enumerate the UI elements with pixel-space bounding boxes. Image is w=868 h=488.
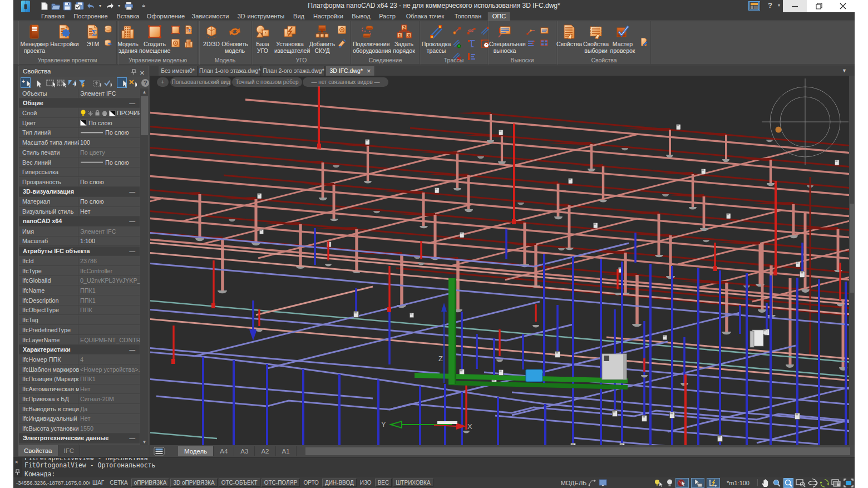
props-row[interactable]: IfcВысота установки,...1550	[19, 424, 141, 434]
tab-list-dropdown-icon[interactable]: ▼	[842, 68, 847, 73]
props-row[interactable]: IfcTypeIfcController	[19, 266, 141, 276]
model-small-1-icon[interactable]: Σ	[184, 24, 195, 36]
props-row[interactable]: IfcNameППК1	[19, 285, 141, 295]
props-row[interactable]: IfcLayerNameEQUIPMENT_CONTROL_...	[19, 335, 141, 345]
props-section[interactable]: 3D-визуализация—	[19, 187, 141, 197]
props-tool-check-gray-icon[interactable]	[102, 77, 112, 88]
collapse-icon[interactable]: —	[129, 98, 135, 109]
collapse-icon[interactable]: —	[129, 247, 135, 257]
props-section[interactable]: nanoCAD x64—	[19, 216, 141, 226]
layout-tab-A2[interactable]: A2	[255, 446, 275, 456]
props-row[interactable]: ПрозрачностьПо слою	[19, 178, 141, 188]
leader-leader-sm-icon[interactable]	[526, 26, 537, 37]
ribbon-button[interactable]: Настройки	[49, 23, 80, 57]
props-row[interactable]: IfcИндивидуальный к...Нет	[19, 414, 141, 424]
props-section[interactable]: Электротехнические данные—	[19, 433, 141, 443]
collapse-icon[interactable]: —	[129, 433, 135, 443]
props-row[interactable]: IfcTag	[19, 316, 141, 326]
ribbon-tab-3[interactable]: Оформление	[142, 12, 189, 21]
view-pill-1[interactable]: Пользовательский вид	[170, 77, 231, 87]
ribbon-tab-5[interactable]: 3D-инструменты	[233, 12, 289, 21]
ribbon-tab-1[interactable]: Построение	[69, 12, 112, 21]
zoom-icon[interactable]	[772, 479, 781, 487]
props-row[interactable]: Масштаб1:100	[19, 236, 141, 247]
undo-caret-icon[interactable]: ▾	[97, 1, 103, 11]
props-row[interactable]: Гиперссылка	[19, 167, 141, 178]
regen-icon[interactable]	[820, 479, 829, 487]
print-icon[interactable]	[124, 1, 134, 11]
view-pill-3[interactable]: — нет связанных видов —	[303, 77, 388, 87]
props-row[interactable]: СлойПРОЧИЕ	[19, 108, 141, 118]
ribbon-button[interactable]: Подключениеоборудования	[353, 23, 384, 57]
props-row[interactable]: IfcDescriptionППК1	[19, 295, 141, 305]
workspace-icon[interactable]	[748, 1, 760, 11]
props-tool-cursor-icon[interactable]	[31, 77, 41, 88]
props-row[interactable]: IfcВыводить в специ...Да	[19, 404, 141, 414]
collapse-icon[interactable]: —	[129, 187, 135, 197]
props-row[interactable]: IfcШаблон маркировк...<Номер устройства>…	[19, 364, 141, 374]
ribbon-tab-11[interactable]: Топоплан	[450, 12, 486, 21]
space-indicator[interactable]: МОДЕЛЬ	[561, 480, 587, 486]
props-row[interactable]: IfcObjectTypeППК	[19, 305, 141, 316]
help-button[interactable]: ?	[768, 1, 772, 9]
redo-caret-icon[interactable]: ▾	[116, 1, 122, 11]
props-row[interactable]: ИмяЭлемент IFC	[19, 226, 141, 236]
undo-icon[interactable]	[86, 1, 96, 11]
ribbon-tab-10[interactable]: Облака точек	[402, 12, 449, 21]
ribbon-button[interactable]: Менеджерпроекта	[19, 23, 50, 57]
scroll-thumb[interactable]	[141, 96, 148, 135]
props-row[interactable]: ОбъектыЭлемент IFC	[19, 88, 141, 98]
trace-diag-green-icon[interactable]	[452, 38, 463, 50]
zoom-rect-icon[interactable]	[796, 479, 806, 487]
open-folder-icon[interactable]	[51, 1, 61, 11]
props-row[interactable]: Вес линийПо слою	[19, 157, 141, 167]
doc-tab-3[interactable]: 3D IFC.dwg*✕	[326, 66, 375, 76]
ribbon-tab-2[interactable]: Вставка	[112, 12, 144, 21]
close-button[interactable]	[831, 0, 855, 12]
lock-ui-icon[interactable]	[831, 479, 841, 487]
ribbon-button[interactable]: ДобавитьСКУД	[307, 23, 338, 57]
props-row[interactable]: Тип линийПо слою	[19, 128, 141, 138]
cam-icon[interactable]	[337, 24, 348, 36]
qat-customize-icon[interactable]: ≑	[141, 1, 146, 11]
fullscreen-icon[interactable]	[844, 479, 854, 487]
trace-tshape-icon[interactable]	[466, 38, 477, 50]
minimize-button[interactable]	[783, 0, 807, 12]
props-row[interactable]: Стиль печатиПо цвету	[19, 147, 141, 157]
save-all-icon[interactable]	[74, 1, 84, 11]
command-prompt[interactable]: Команда:	[24, 470, 55, 477]
status-toggle-ОТС-ПОЛЯР[interactable]: ОТС-ПОЛЯР	[262, 479, 300, 487]
props-row[interactable]: IfcПривязка к БДСигнал-20М	[19, 394, 141, 404]
status-toggle-ДИН-ВВОД[interactable]: ДИН-ВВОД	[322, 479, 357, 487]
page-edit-icon[interactable]	[639, 37, 650, 48]
props-section[interactable]: Характеристики—	[19, 345, 141, 355]
doc-tab-0[interactable]: Без имени0*	[159, 66, 198, 76]
props-tab-properties[interactable]: Свойства	[18, 445, 58, 456]
layout-tab-Модель[interactable]: Модель	[178, 446, 214, 456]
props-tool-flip-icon[interactable]	[67, 77, 77, 88]
props-row[interactable]: IfcАвтоматическая м...Нет	[19, 385, 141, 395]
brush-icon[interactable]	[337, 38, 348, 49]
restore-button[interactable]	[807, 0, 831, 12]
props-row[interactable]: МатериалПо слою	[19, 197, 141, 207]
help-icon[interactable]: ?	[140, 77, 150, 88]
props-tool-filter-icon[interactable]	[77, 77, 87, 88]
ribbon-button[interactable]: Мастерпроверок	[607, 23, 638, 57]
leader-form-sm-icon[interactable]	[539, 26, 550, 37]
props-row[interactable]: IfcPredefinedType	[19, 325, 141, 335]
ucs-lightning-icon[interactable]	[707, 478, 720, 488]
space-switch-icon[interactable]	[588, 479, 596, 487]
props-row[interactable]: ЦветПо слою	[19, 118, 141, 128]
status-toggle-ИЗО[interactable]: ИЗО	[358, 479, 374, 486]
layout-list-icon[interactable]	[154, 447, 165, 456]
collapse-icon[interactable]: —	[129, 345, 135, 355]
status-toggle-ШТРИХОВКА[interactable]: ШТРИХОВКА	[393, 479, 433, 487]
props-tool-up-gray-icon[interactable]	[92, 77, 102, 88]
leader-grid-sm-icon[interactable]	[539, 38, 550, 50]
props-row[interactable]: IfcId23786	[19, 256, 141, 266]
ribbon-tab-6[interactable]: Вид	[289, 12, 309, 21]
model-small-3-icon[interactable]	[184, 38, 195, 49]
ribbon-tab-7[interactable]: Настройки	[309, 12, 348, 21]
trace-dots-icon[interactable]	[452, 26, 463, 37]
props-row[interactable]: Масштаб типа линий100	[19, 138, 141, 148]
